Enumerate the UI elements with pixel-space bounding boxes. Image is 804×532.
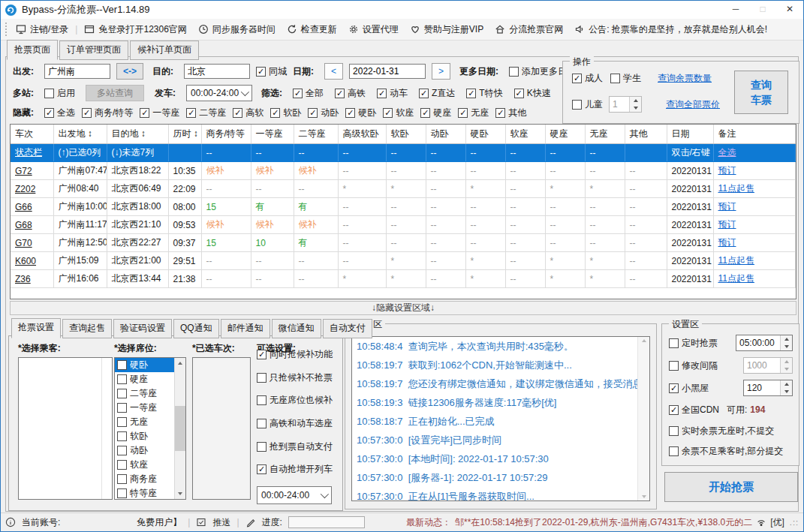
column-header[interactable]: 一等座 bbox=[251, 125, 294, 144]
resize-grip[interactable]: .:: bbox=[790, 518, 799, 527]
hide-checkbox[interactable]: 软卧 bbox=[270, 107, 301, 119]
train-no-link[interactable]: G70 bbox=[15, 238, 32, 248]
depart-time-combo[interactable]: 00:00-24:00 bbox=[186, 85, 252, 101]
next-date-button[interactable]: > bbox=[432, 63, 450, 80]
column-header[interactable]: 无座 bbox=[585, 125, 625, 144]
column-header[interactable]: 商务/特等 bbox=[201, 125, 251, 144]
start-grab-button[interactable]: 开始抢票 bbox=[664, 472, 798, 502]
seat-item[interactable]: 软卧 bbox=[115, 429, 175, 443]
hide-checkbox[interactable]: 硬卧 bbox=[345, 107, 376, 119]
stepper-arrows[interactable] bbox=[780, 358, 792, 373]
hide-checkbox[interactable]: 高软 bbox=[233, 107, 263, 119]
grab-option-checkbox[interactable]: 无座席位也候补 bbox=[257, 394, 341, 407]
prev-date-button[interactable]: < bbox=[324, 63, 343, 80]
menu-vip[interactable]: 赞助与注册VIP bbox=[410, 23, 483, 36]
timed-grab-time-stepper[interactable]: 05:00:00 bbox=[736, 335, 793, 351]
table-row[interactable]: G68广州南11:17北京西21:1009:53候补候补候补----------… bbox=[11, 216, 796, 234]
table-row[interactable]: G72广州南07:47北京西18:2210:35候补候补候补----------… bbox=[11, 162, 796, 180]
push-label[interactable]: 推送 bbox=[212, 516, 230, 529]
seat-item[interactable]: 一等座 bbox=[115, 401, 175, 415]
timed-grab-checkbox[interactable]: 定时抢票 bbox=[669, 337, 718, 350]
status-row[interactable]: 状态栏(↑)已选0列(↓)未选7列--------------------双击/… bbox=[11, 144, 796, 162]
grab-option-checkbox[interactable]: 自动抢增开列车 bbox=[257, 463, 341, 476]
seat-item[interactable]: 软座 bbox=[115, 458, 175, 472]
remark-cell[interactable]: 预订 bbox=[713, 216, 796, 234]
column-header[interactable]: 高级软卧 bbox=[338, 125, 386, 144]
remark-link[interactable]: 预订 bbox=[718, 219, 736, 230]
menu-official-site[interactable]: 分流抢票官网 bbox=[495, 23, 563, 36]
page-tab[interactable]: 抢票页面 bbox=[7, 40, 58, 60]
seat-item[interactable]: 二等座 bbox=[115, 386, 175, 401]
hide-checkbox[interactable]: 无座 bbox=[458, 107, 489, 119]
grab-option-checkbox[interactable]: 高铁和动车选座 bbox=[257, 417, 341, 430]
blackroom-checkbox[interactable]: 小黑屋 bbox=[669, 382, 709, 395]
hide-checkbox[interactable]: 二等座 bbox=[186, 107, 226, 119]
adult-checkbox[interactable]: 成人 bbox=[572, 72, 603, 85]
from-input[interactable] bbox=[44, 64, 110, 79]
menu-logout-login[interactable]: 注销/登录 bbox=[16, 23, 68, 36]
stepper-arrows[interactable] bbox=[780, 335, 792, 350]
minimize-button[interactable]: ─ bbox=[722, 1, 749, 19]
status-cell[interactable]: 全选 bbox=[713, 144, 796, 162]
remark-link[interactable]: 预订 bbox=[718, 165, 736, 176]
grab-option-checkbox[interactable]: 只抢候补不抢票 bbox=[257, 371, 341, 384]
column-header[interactable]: 出发地 ↕ bbox=[53, 125, 107, 144]
remark-cell[interactable]: 预订 bbox=[713, 198, 796, 216]
column-header[interactable]: 目的地 ↕ bbox=[107, 125, 168, 144]
close-button[interactable]: ✕ bbox=[776, 1, 803, 19]
column-header[interactable]: 软座 bbox=[505, 125, 545, 144]
hide-checkbox[interactable]: 商务/特等 bbox=[82, 107, 133, 119]
remark-link[interactable]: 11点起售 bbox=[718, 183, 754, 194]
settings-tab[interactable]: 微信通知 bbox=[272, 319, 321, 338]
table-row[interactable]: G70广州南12:50北京西22:2709:371510有-----------… bbox=[11, 234, 796, 252]
filter-checkbox[interactable]: 全部 bbox=[293, 87, 324, 100]
maximize-button[interactable]: □ bbox=[749, 1, 776, 19]
remark-cell[interactable]: 11点起售 bbox=[713, 270, 796, 288]
menu-open-12306[interactable]: 免登录打开12306官网 bbox=[84, 23, 186, 36]
output-log[interactable]: 10:58:48:4 查询完毕，本次查询共用时:435毫秒。10:58:19:7… bbox=[351, 336, 650, 501]
menu-check-update[interactable]: 检查更新 bbox=[287, 23, 337, 36]
table-row[interactable]: K600广州15:09北京西21:0029:51--------*--*--**… bbox=[11, 252, 796, 270]
multi-query-button[interactable]: 多站查询 bbox=[86, 85, 144, 101]
scrollbar[interactable] bbox=[174, 358, 185, 499]
settings-tab[interactable]: 验证码设置 bbox=[113, 319, 172, 338]
query-all-price-link[interactable]: 查询全部票价 bbox=[666, 98, 720, 111]
train-no-cell[interactable]: G66 bbox=[11, 198, 53, 216]
status-cell[interactable]: 状态栏 bbox=[11, 144, 53, 162]
column-header[interactable]: 硬卧 bbox=[465, 125, 505, 144]
date-input[interactable] bbox=[349, 64, 426, 79]
table-row[interactable]: Z202广州08:40北京西06:4922:09------**--*--**-… bbox=[11, 180, 796, 198]
column-header[interactable]: 历时 ↕ bbox=[168, 125, 201, 144]
seat-item[interactable]: 硬座 bbox=[115, 372, 175, 386]
train-no-link[interactable]: Z202 bbox=[15, 184, 35, 194]
remark-cell[interactable]: 11点起售 bbox=[713, 180, 796, 198]
to-input[interactable] bbox=[184, 64, 250, 79]
settings-tab[interactable]: 查询起售 bbox=[62, 319, 112, 338]
filter-checkbox[interactable]: 高铁 bbox=[335, 87, 366, 100]
settings-tab[interactable]: QQ通知 bbox=[173, 319, 219, 338]
stepper-arrows[interactable] bbox=[780, 380, 792, 395]
settings-tab[interactable]: 邮件通知 bbox=[221, 319, 270, 338]
hide-settings-divider[interactable]: ↓隐藏设置区域↓ bbox=[10, 301, 796, 315]
filter-checkbox[interactable]: 动车 bbox=[377, 87, 408, 100]
seat-item[interactable]: 特等座 bbox=[115, 486, 175, 500]
remark-link[interactable]: 预订 bbox=[718, 237, 736, 248]
scrollbar-thumb[interactable] bbox=[175, 406, 185, 451]
train-no-link[interactable]: Z36 bbox=[15, 274, 31, 284]
child-count-stepper[interactable]: 1 bbox=[609, 96, 642, 113]
blackroom-stepper[interactable]: 120 bbox=[743, 380, 793, 396]
page-tab[interactable]: 候补订单页面 bbox=[130, 41, 199, 60]
hide-checkbox[interactable]: 全选 bbox=[44, 107, 75, 119]
scroll-up-icon[interactable] bbox=[642, 339, 646, 342]
partial-submit-checkbox[interactable]: 余票不足乘客时,部分提交 bbox=[669, 445, 783, 458]
multi-enable-checkbox[interactable]: 启用 bbox=[44, 87, 75, 100]
seat-item[interactable]: 硬卧 bbox=[115, 358, 175, 372]
train-no-link[interactable]: K600 bbox=[15, 256, 36, 266]
filter-checkbox[interactable]: T特快 bbox=[466, 87, 502, 100]
remark-link[interactable]: 11点起售 bbox=[718, 255, 754, 266]
select-all-link[interactable]: 全选 bbox=[718, 147, 736, 158]
hide-checkbox[interactable]: 其他 bbox=[495, 107, 526, 119]
column-header[interactable]: 日期 bbox=[667, 125, 713, 144]
passenger-list[interactable] bbox=[18, 357, 113, 500]
train-no-cell[interactable]: Z36 bbox=[11, 270, 53, 288]
